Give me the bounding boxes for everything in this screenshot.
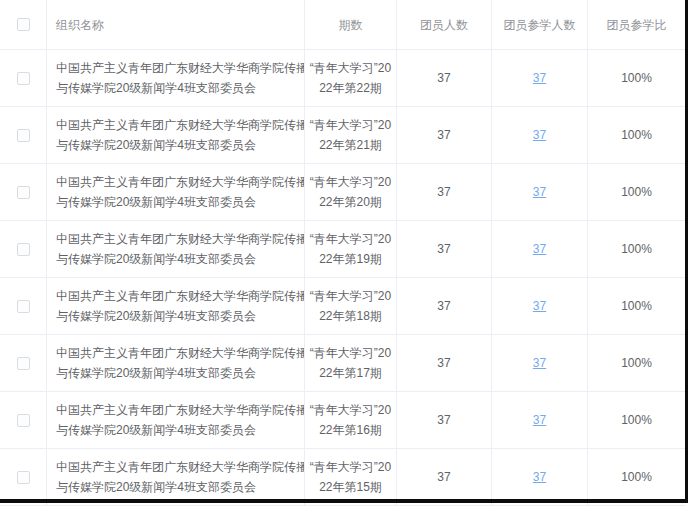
participants-link[interactable]: 37	[533, 125, 546, 145]
period-cell: “青年大学习”2022年第19期	[305, 221, 397, 277]
rate-value: 100%	[621, 68, 652, 88]
members-cell: 37	[397, 392, 492, 448]
rate-value: 100%	[621, 239, 652, 259]
participants-link[interactable]: 37	[533, 182, 546, 202]
org-name-cell: 中国共产主义青年团广东财经大学华商学院传播与传媒学院20级新闻学4班支部委员会	[47, 221, 305, 277]
period-value: “青年大学习”2022年第19期	[310, 229, 391, 269]
participants-cell: 37	[492, 335, 588, 391]
column-header-org: 组织名称	[47, 0, 305, 49]
row-checkbox-cell	[0, 335, 47, 391]
members-cell: 37	[397, 221, 492, 277]
period-cell: “青年大学习”2022年第21期	[305, 107, 397, 163]
table-row: 中国共产主义青年团广东财经大学华商学院传播与传媒学院20级新闻学4班支部委员会 …	[0, 449, 685, 506]
row-checkbox[interactable]	[17, 300, 30, 313]
participants-cell: 37	[492, 221, 588, 277]
table-row: 中国共产主义青年团广东财经大学华商学院传播与传媒学院20级新闻学4班支部委员会 …	[0, 164, 685, 221]
org-name: 中国共产主义青年团广东财经大学华商学院传播与传媒学院20级新闻学4班支部委员会	[56, 229, 305, 269]
participants-link[interactable]: 37	[533, 467, 546, 487]
members-count: 37	[437, 296, 450, 316]
row-checkbox-cell	[0, 164, 47, 220]
row-checkbox[interactable]	[17, 243, 30, 256]
rate-cell: 100%	[588, 50, 685, 106]
rate-value: 100%	[621, 467, 652, 487]
rate-cell: 100%	[588, 221, 685, 277]
period-value: “青年大学习”2022年第18期	[310, 286, 391, 326]
select-all-checkbox[interactable]	[17, 18, 30, 31]
org-name-cell: 中国共产主义青年团广东财经大学华商学院传播与传媒学院20级新闻学4班支部委员会	[47, 278, 305, 334]
org-name-cell: 中国共产主义青年团广东财经大学华商学院传播与传媒学院20级新闻学4班支部委员会	[47, 335, 305, 391]
org-name-cell: 中国共产主义青年团广东财经大学华商学院传播与传媒学院20级新闻学4班支部委员会	[47, 50, 305, 106]
participants-link[interactable]: 37	[533, 296, 546, 316]
members-count: 37	[437, 353, 450, 373]
table-body: 中国共产主义青年团广东财经大学华商学院传播与传媒学院20级新闻学4班支部委员会 …	[0, 50, 685, 506]
table-header-row: 组织名称 期数 团员人数 团员参学人数 团员参学比	[0, 0, 685, 50]
table-row: 中国共产主义青年团广东财经大学华商学院传播与传媒学院20级新闻学4班支部委员会 …	[0, 107, 685, 164]
org-name: 中国共产主义青年团广东财经大学华商学院传播与传媒学院20级新闻学4班支部委员会	[56, 400, 305, 440]
member-study-table: 组织名称 期数 团员人数 团员参学人数 团员参学比 中国共产主义青年团广东财经大…	[0, 0, 685, 506]
row-checkbox[interactable]	[17, 129, 30, 142]
members-count: 37	[437, 239, 450, 259]
screenshot-bottom-border	[0, 499, 688, 503]
org-name-cell: 中国共产主义青年团广东财经大学华商学院传播与传媒学院20级新闻学4班支部委员会	[47, 449, 305, 505]
participants-link[interactable]: 37	[533, 239, 546, 259]
period-value: “青年大学习”2022年第17期	[310, 343, 391, 383]
row-checkbox-cell	[0, 392, 47, 448]
column-header-members: 团员人数	[397, 0, 492, 49]
period-cell: “青年大学习”2022年第16期	[305, 392, 397, 448]
participants-cell: 37	[492, 164, 588, 220]
participants-cell: 37	[492, 449, 588, 505]
org-name-cell: 中国共产主义青年团广东财经大学华商学院传播与传媒学院20级新闻学4班支部委员会	[47, 392, 305, 448]
members-count: 37	[437, 467, 450, 487]
participants-cell: 37	[492, 278, 588, 334]
rate-value: 100%	[621, 182, 652, 202]
org-name: 中国共产主义青年团广东财经大学华商学院传播与传媒学院20级新闻学4班支部委员会	[56, 58, 305, 98]
table-row: 中国共产主义青年团广东财经大学华商学院传播与传媒学院20级新闻学4班支部委员会 …	[0, 335, 685, 392]
org-name: 中国共产主义青年团广东财经大学华商学院传播与传媒学院20级新闻学4班支部委员会	[56, 115, 305, 155]
members-cell: 37	[397, 449, 492, 505]
period-value: “青年大学习”2022年第16期	[310, 400, 391, 440]
table-row: 中国共产主义青年团广东财经大学华商学院传播与传媒学院20级新闻学4班支部委员会 …	[0, 278, 685, 335]
rate-cell: 100%	[588, 164, 685, 220]
org-name: 中国共产主义青年团广东财经大学华商学院传播与传媒学院20级新闻学4班支部委员会	[56, 172, 305, 212]
period-cell: “青年大学习”2022年第22期	[305, 50, 397, 106]
row-checkbox-cell	[0, 50, 47, 106]
members-count: 37	[437, 68, 450, 88]
row-checkbox[interactable]	[17, 414, 30, 427]
row-checkbox[interactable]	[17, 186, 30, 199]
period-cell: “青年大学习”2022年第15期	[305, 449, 397, 505]
column-header-rate: 团员参学比	[588, 0, 685, 49]
row-checkbox[interactable]	[17, 357, 30, 370]
row-checkbox-cell	[0, 221, 47, 277]
period-value: “青年大学习”2022年第20期	[310, 172, 391, 212]
members-cell: 37	[397, 164, 492, 220]
members-count: 37	[437, 125, 450, 145]
rate-cell: 100%	[588, 107, 685, 163]
rate-cell: 100%	[588, 449, 685, 505]
period-cell: “青年大学习”2022年第20期	[305, 164, 397, 220]
participants-link[interactable]: 37	[533, 353, 546, 373]
members-cell: 37	[397, 50, 492, 106]
screenshot-frame: 组织名称 期数 团员人数 团员参学人数 团员参学比 中国共产主义青年团广东财经大…	[0, 0, 689, 506]
screenshot-right-border	[685, 0, 688, 503]
period-cell: “青年大学习”2022年第18期	[305, 278, 397, 334]
table-row: 中国共产主义青年团广东财经大学华商学院传播与传媒学院20级新闻学4班支部委员会 …	[0, 221, 685, 278]
table-row: 中国共产主义青年团广东财经大学华商学院传播与传媒学院20级新闻学4班支部委员会 …	[0, 392, 685, 449]
row-checkbox[interactable]	[17, 471, 30, 484]
column-header-participants: 团员参学人数	[492, 0, 588, 49]
participants-link[interactable]: 37	[533, 410, 546, 430]
row-checkbox[interactable]	[17, 72, 30, 85]
rate-value: 100%	[621, 410, 652, 430]
rate-value: 100%	[621, 296, 652, 316]
table-row: 中国共产主义青年团广东财经大学华商学院传播与传媒学院20级新闻学4班支部委员会 …	[0, 50, 685, 107]
rate-cell: 100%	[588, 392, 685, 448]
rate-cell: 100%	[588, 335, 685, 391]
participants-link[interactable]: 37	[533, 68, 546, 88]
org-name: 中国共产主义青年团广东财经大学华商学院传播与传媒学院20级新闻学4班支部委员会	[56, 286, 305, 326]
members-cell: 37	[397, 278, 492, 334]
members-count: 37	[437, 410, 450, 430]
row-checkbox-cell	[0, 449, 47, 505]
rate-value: 100%	[621, 353, 652, 373]
participants-cell: 37	[492, 50, 588, 106]
participants-cell: 37	[492, 107, 588, 163]
period-value: “青年大学习”2022年第21期	[310, 115, 391, 155]
